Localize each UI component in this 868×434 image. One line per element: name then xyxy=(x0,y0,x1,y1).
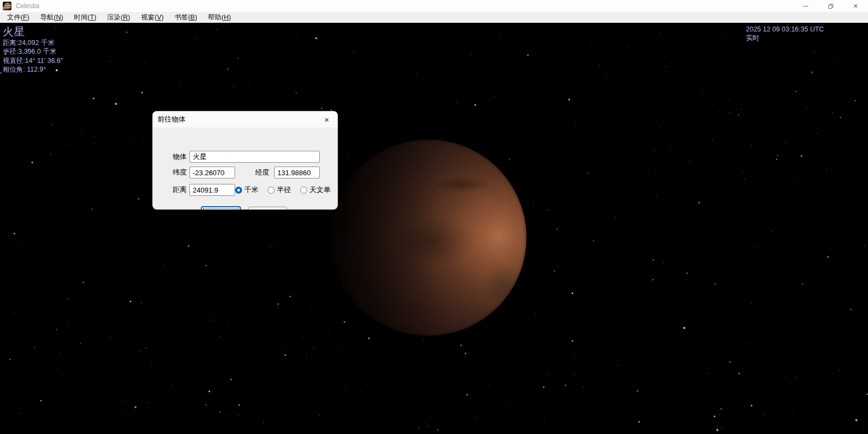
starfield xyxy=(0,23,1,23)
unit-km-option[interactable]: 千米 xyxy=(235,185,258,195)
latitude-input[interactable] xyxy=(189,167,235,178)
dialog-close-button[interactable]: × xyxy=(322,116,331,124)
object-distance: 距离:24,092 千米 xyxy=(3,39,63,47)
longitude-input[interactable] xyxy=(274,167,320,178)
go-button[interactable]: 前往 xyxy=(201,207,240,209)
close-button[interactable]: × xyxy=(843,0,868,12)
cancel-button[interactable]: 取消 xyxy=(248,207,287,209)
celestia-app-icon xyxy=(3,2,11,10)
simulation-datetime: 2025 12 09 03:16:35 UTC xyxy=(746,25,824,34)
goto-object-dialog: 前往物体 × 物体 纬度 经度 距离 千米 xyxy=(153,111,338,209)
longitude-field-label: 经度 xyxy=(255,167,269,178)
object-radius: 半径:3,396.0 千米 xyxy=(3,47,63,56)
moon-icon xyxy=(3,7,6,10)
distance-input[interactable] xyxy=(189,184,235,196)
window-title: Celestia xyxy=(16,2,39,10)
menu-navigation[interactable]: 导航(N) xyxy=(35,12,68,23)
celestia-window: Celestia × 文件(F) 导航(N) 时间(T) 渲染(R) 视窗(V)… xyxy=(0,0,868,434)
distance-field-label: 距离 xyxy=(173,184,187,196)
object-name: 火星 xyxy=(3,25,63,38)
unit-au-option[interactable]: 天文单 xyxy=(300,185,331,195)
menubar: 文件(F) 导航(N) 时间(T) 渲染(R) 视窗(V) 书签(B) 帮助(H… xyxy=(0,12,868,23)
latitude-field-label: 纬度 xyxy=(173,167,187,178)
radio-icon xyxy=(300,187,307,194)
planet-mars[interactable] xyxy=(330,139,527,336)
menu-time[interactable]: 时间(T) xyxy=(68,12,102,23)
dialog-titlebar[interactable]: 前往物体 × xyxy=(153,111,338,127)
close-icon: × xyxy=(853,2,858,10)
distance-unit-radios: 千米 半径 天文单 xyxy=(235,184,331,196)
radio-icon xyxy=(235,187,242,194)
window-controls: × xyxy=(793,0,868,12)
restore-icon xyxy=(828,4,833,9)
restore-button[interactable] xyxy=(818,0,843,12)
minimize-button[interactable] xyxy=(793,0,818,12)
minimize-icon xyxy=(803,6,808,7)
time-overlay: 2025 12 09 03:16:35 UTC 实时 xyxy=(746,25,824,42)
dialog-title: 前往物体 xyxy=(157,114,186,124)
dialog-body: 物体 纬度 经度 距离 千米 半径 xyxy=(153,127,338,209)
menu-render[interactable]: 渲染(R) xyxy=(102,12,135,23)
menu-bookmarks[interactable]: 书签(B) xyxy=(169,12,202,23)
object-field-label: 物体 xyxy=(173,151,187,163)
object-phase-angle: 相位角: 112.9° xyxy=(3,65,63,74)
menu-help[interactable]: 帮助(H) xyxy=(202,12,236,23)
menu-view[interactable]: 视窗(V) xyxy=(136,12,169,23)
radio-icon xyxy=(268,187,275,194)
object-input[interactable] xyxy=(189,151,320,163)
time-rate-label: 实时 xyxy=(746,34,824,42)
os-titlebar: Celestia × xyxy=(0,0,868,12)
space-viewport[interactable]: 火星 距离:24,092 千米 半径:3,396.0 千米 视直径:14° 11… xyxy=(0,23,868,434)
menu-file[interactable]: 文件(F) xyxy=(2,12,35,23)
object-apparent-diameter: 视直径:14° 11' 36.6" xyxy=(3,56,63,65)
object-info-overlay: 火星 距离:24,092 千米 半径:3,396.0 千米 视直径:14° 11… xyxy=(3,25,63,74)
unit-radii-option[interactable]: 半径 xyxy=(268,185,291,195)
